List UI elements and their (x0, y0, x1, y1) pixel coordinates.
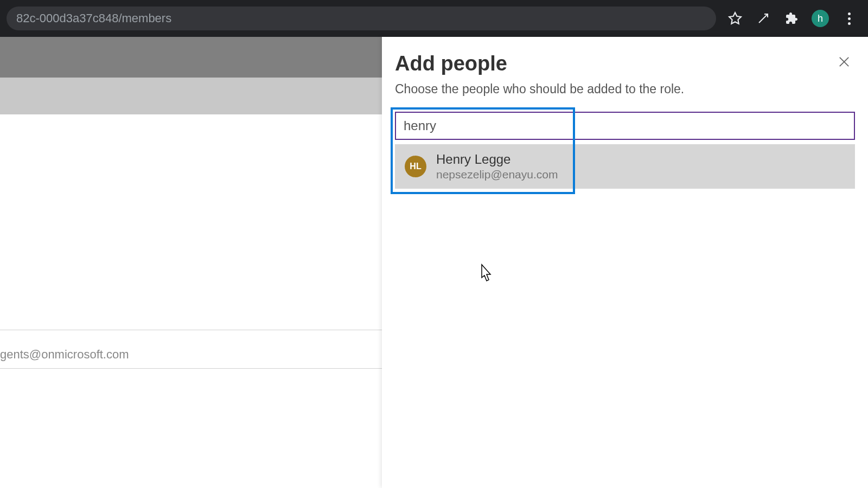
address-bar[interactable]: 82c-000d3a37c848/members (7, 7, 716, 30)
add-people-panel: Add people Choose the people who should … (382, 37, 868, 488)
close-button[interactable] (834, 52, 854, 72)
bg-main-area: gents@onmicrosoft.com (0, 114, 382, 488)
search-container: HL Henry Legge nepsezelip@enayu.com (395, 112, 855, 189)
profile-avatar[interactable]: h (812, 10, 829, 27)
bg-header-bar (0, 37, 382, 78)
profile-letter: h (818, 13, 823, 24)
cursor-icon (477, 264, 493, 284)
browser-menu-icon[interactable] (841, 10, 857, 27)
extensions-icon[interactable] (783, 10, 800, 27)
avatar: HL (405, 156, 426, 177)
bg-partial-email: gents@onmicrosoft.com (0, 348, 129, 362)
bg-divider (0, 330, 382, 330)
bookmark-star-icon[interactable] (727, 10, 743, 27)
suggestion-text: Henry Legge nepsezelip@enayu.com (436, 152, 558, 181)
avatar-initials: HL (410, 162, 421, 171)
share-icon[interactable] (755, 10, 771, 27)
dimmed-background: gents@onmicrosoft.com (0, 37, 382, 488)
panel-title: Add people (395, 52, 855, 75)
url-text: 82c-000d3a37c848/members (16, 11, 171, 25)
page-content: gents@onmicrosoft.com Add people Choose … (0, 37, 868, 488)
bg-toolbar (0, 78, 382, 114)
browser-toolbar: 82c-000d3a37c848/members h (0, 0, 868, 37)
person-suggestion[interactable]: HL Henry Legge nepsezelip@enayu.com (395, 144, 855, 189)
svg-marker-0 (729, 12, 741, 24)
suggestion-name: Henry Legge (436, 152, 558, 167)
bg-divider (0, 368, 382, 369)
panel-subtitle: Choose the people who should be added to… (395, 82, 855, 97)
suggestion-email: nepsezelip@enayu.com (436, 168, 558, 181)
browser-actions: h (727, 10, 861, 27)
people-search-input[interactable] (395, 112, 855, 140)
